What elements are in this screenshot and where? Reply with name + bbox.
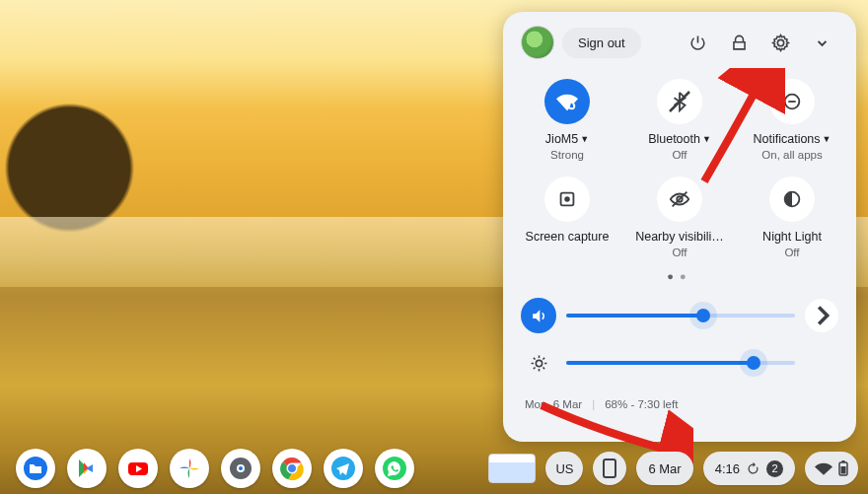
volume-row [521,292,838,339]
wifi-tile[interactable]: JioM5▼ Strong [511,75,623,169]
power-button[interactable] [681,26,714,59]
chrome-icon [280,457,304,480]
battery-icon [838,460,848,476]
gear-icon [771,34,790,52]
clock: 4:16 [715,461,740,476]
ime-indicator[interactable]: US [545,452,583,485]
screen-capture-label: Screen capture [526,230,610,245]
nearby-visibility-tile[interactable]: Nearby visibili… Off [623,173,736,266]
telegram-icon [331,457,355,480]
bluetooth-label: Bluetooth▼ [648,132,711,147]
dnd-icon [781,91,803,112]
brightness-icon [530,354,548,373]
whatsapp-icon [383,457,406,480]
sign-out-button[interactable]: Sign out [562,28,641,58]
quick-settings-panel: Sign out JioM5▼ Strong Bluetooth▼ Off [503,12,856,442]
telegram-app[interactable] [324,449,363,488]
avatar[interactable] [521,26,554,59]
svg-rect-23 [841,466,846,474]
phone-hub-button[interactable] [593,452,626,485]
window-preview[interactable] [488,454,536,483]
nearby-visibility-label: Nearby visibili… [635,230,724,245]
lock-icon [730,34,749,52]
notifications-label: Notifications▼ [753,132,831,147]
wifi-label: JioM5▼ [545,132,589,147]
brightness-row [521,339,838,387]
notifications-tile[interactable]: Notifications▼ On, all apps [736,75,848,169]
svg-line-1 [670,92,689,111]
photos-app[interactable] [170,449,209,488]
night-light-icon [781,188,803,210]
audio-settings-button[interactable] [805,299,838,332]
collapse-button[interactable] [805,26,838,59]
lock-button[interactable] [722,26,756,59]
quick-settings-footer: Mon, 6 Mar | 68% - 7:30 left [509,388,850,412]
bluetooth-sub: Off [672,149,687,161]
quick-settings-tiles: JioM5▼ Strong Bluetooth▼ Off Notificatio… [509,65,850,268]
volume-button[interactable] [521,298,556,333]
brightness-slider[interactable] [566,361,795,365]
status-tray[interactable]: 4:16 2 [703,452,795,485]
chevron-right-icon [805,299,838,332]
page-indicator[interactable]: ●● [509,268,850,288]
shelf: US 6 Mar 4:16 2 [0,445,868,494]
quick-settings-header: Sign out [509,26,850,65]
night-light-sub: Off [784,247,799,258]
settings-app[interactable] [221,449,260,488]
nearby-visibility-sub: Off [672,247,687,258]
svg-point-14 [239,466,243,470]
gear-icon [229,457,253,480]
svg-point-9 [536,360,542,366]
night-light-tile[interactable]: Night Light Off [736,173,848,266]
svg-point-5 [564,196,570,202]
notifications-sub: On, all apps [761,149,822,161]
date-pill[interactable]: 6 Mar [636,452,692,485]
network-battery-pill[interactable] [805,452,858,485]
play-store-app[interactable] [67,449,107,488]
footer-date: Mon, 6 Mar [525,398,582,410]
screen-capture-icon [556,188,578,210]
chrome-app[interactable] [272,449,312,488]
power-icon [688,34,707,52]
svg-rect-22 [842,460,845,462]
wifi-icon [815,461,832,475]
wifi-sub: Strong [550,149,584,161]
photos-icon [178,457,201,480]
settings-button[interactable] [763,26,797,59]
status-area[interactable]: US 6 Mar 4:16 2 [488,452,858,485]
footer-battery: 68% - 7:30 left [605,398,678,410]
screen-capture-tile[interactable]: Screen capture [511,173,623,266]
visibility-off-icon [669,188,690,210]
files-app[interactable] [16,449,55,488]
volume-slider[interactable] [566,314,795,318]
youtube-app[interactable] [118,449,158,488]
phone-icon [603,459,616,478]
svg-rect-20 [604,459,615,477]
notification-count-badge: 2 [766,460,783,477]
whatsapp-app[interactable] [375,449,414,488]
chevron-down-icon [813,34,832,52]
play-store-icon [75,457,99,480]
youtube-icon [126,457,150,480]
sliders-section [509,288,850,388]
slash-icon [665,87,694,116]
volume-icon [530,307,548,325]
night-light-label: Night Light [762,230,822,245]
wifi-icon [556,91,578,112]
files-icon [24,457,47,480]
bluetooth-tile[interactable]: Bluetooth▼ Off [623,75,736,169]
shelf-apps [10,449,414,488]
sync-icon [746,461,760,476]
brightness-button[interactable] [521,345,556,381]
